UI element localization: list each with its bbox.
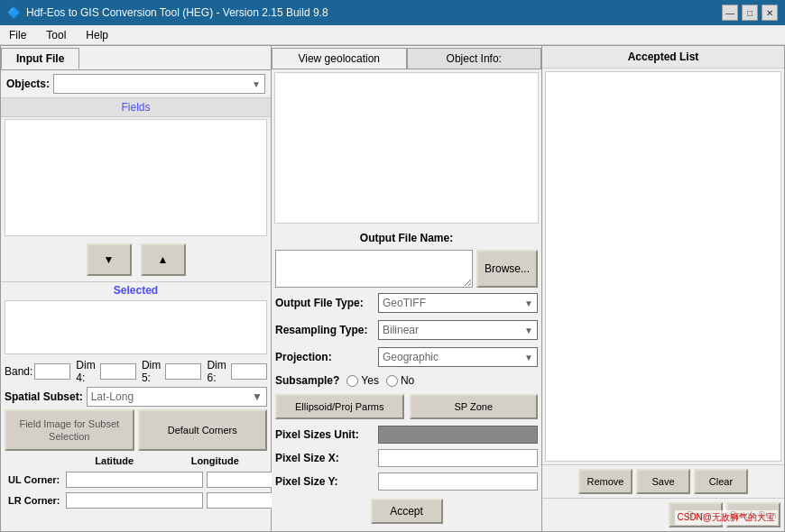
- lr-lat-input[interactable]: [66, 492, 203, 509]
- dim5-input[interactable]: [165, 363, 201, 380]
- dim6-input[interactable]: [231, 363, 267, 380]
- projection-arrow: ▼: [524, 353, 533, 362]
- accepted-list-header: Accepted List: [542, 46, 784, 69]
- no-radio[interactable]: [386, 375, 398, 387]
- output-type-arrow: ▼: [524, 298, 533, 308]
- output-filename-row: Browse...: [275, 250, 538, 288]
- band-item: Band:: [5, 363, 70, 380]
- object-info-tab[interactable]: Object Info:: [407, 48, 542, 69]
- lr-corner-label: LR Corner:: [8, 495, 62, 506]
- resampling-type-label: Resampling Type:: [275, 324, 374, 336]
- dim6-item: Dim 6:: [207, 359, 267, 384]
- arrow-down-icon: ▼: [104, 253, 115, 266]
- watermark: CSDN@无敌狮气的大宝: [675, 510, 779, 525]
- input-file-tab[interactable]: Input File: [1, 48, 79, 69]
- subsample-label: Subsample?: [275, 374, 339, 387]
- save-button[interactable]: Save: [636, 469, 690, 494]
- geolocation-area: [274, 72, 539, 224]
- resampling-type-value: Bilinear: [383, 324, 419, 336]
- dim6-label: Dim 6:: [207, 359, 229, 384]
- app-icon: 🔷: [7, 6, 21, 19]
- middle-panel: View geolocation Object Info: Output Fil…: [272, 46, 542, 531]
- left-tab-bar: Input File: [1, 46, 271, 70]
- output-section: Output File Name: Browse... Output File …: [272, 226, 541, 531]
- dim4-input[interactable]: [100, 363, 136, 380]
- minimize-button[interactable]: —: [722, 5, 738, 21]
- menu-help[interactable]: Help: [82, 28, 112, 42]
- objects-label: Objects:: [6, 78, 50, 90]
- output-file-type-combo[interactable]: GeoTIFF ▼: [378, 293, 538, 313]
- menu-tool[interactable]: Tool: [42, 28, 69, 42]
- close-button[interactable]: ✕: [762, 5, 778, 21]
- fields-list: [5, 119, 267, 236]
- dim5-item: Dim 5:: [142, 359, 202, 384]
- title-bar-controls: — □ ✕: [722, 5, 778, 21]
- spatial-combo-arrow: ▼: [252, 390, 263, 403]
- yes-radio[interactable]: [346, 375, 358, 387]
- pixel-size-x-row: Pixel Size X:: [275, 448, 538, 468]
- title-bar: 🔷 Hdf-Eos to GIS Conversion Tool (HEG) -…: [0, 0, 785, 25]
- arrow-down-button[interactable]: ▼: [87, 243, 132, 276]
- projection-row: Projection: Geographic ▼: [275, 345, 538, 369]
- arrow-up-icon: ▲: [158, 253, 169, 266]
- browse-button[interactable]: Browse...: [476, 250, 538, 288]
- default-corners-button[interactable]: Default Corners: [138, 409, 268, 451]
- yes-label: Yes: [361, 374, 379, 387]
- title-bar-left: 🔷 Hdf-Eos to GIS Conversion Tool (HEG) -…: [7, 6, 328, 19]
- field-image-button[interactable]: Field Image for Subset Selection: [5, 409, 134, 451]
- menu-file[interactable]: File: [5, 28, 30, 42]
- sp-zone-button[interactable]: SP Zone: [410, 394, 539, 419]
- pixel-size-unit-row: Pixel Sizes Unit:: [275, 425, 538, 445]
- right-panel: Accepted List Remove Save Clear Run Batc…: [542, 46, 784, 531]
- accepted-list-area: [545, 71, 781, 462]
- coords-header-spacer: [8, 455, 62, 466]
- accept-button[interactable]: Accept: [371, 499, 443, 524]
- pixel-size-unit-label: Pixel Sizes Unit:: [275, 428, 374, 441]
- pixel-size-y-input[interactable]: [378, 472, 538, 491]
- accept-row: Accept: [275, 495, 538, 527]
- spatial-value: Lat-Long: [91, 390, 134, 403]
- selected-list: [5, 300, 267, 354]
- filename-input[interactable]: [275, 250, 473, 288]
- ellipsoid-button[interactable]: Ellipsoid/Proj Parms: [275, 394, 404, 419]
- objects-row: Objects: ▼: [1, 70, 271, 98]
- pixel-size-x-label: Pixel Size X:: [275, 452, 374, 464]
- clear-button[interactable]: Clear: [694, 469, 748, 494]
- latitude-header: Latitude: [66, 455, 163, 466]
- arrow-buttons: ▼ ▲: [1, 238, 271, 282]
- pixel-size-y-row: Pixel Size Y:: [275, 472, 538, 491]
- projection-label: Projection:: [275, 351, 374, 363]
- spatial-combo[interactable]: Lat-Long ▼: [87, 387, 267, 407]
- pixel-size-x-input[interactable]: [378, 449, 538, 467]
- pixel-size-y-label: Pixel Size Y:: [275, 475, 374, 488]
- subsample-row: Subsample? Yes No: [275, 372, 538, 389]
- coords-header: Latitude Longitude: [5, 454, 267, 468]
- output-filename-header: Output File Name:: [275, 230, 538, 246]
- left-panel: Input File Objects: ▼ Fields ▼ ▲ Selecte…: [1, 46, 272, 531]
- selected-header: Selected: [1, 282, 271, 298]
- objects-combo-arrow: ▼: [252, 79, 261, 89]
- no-label: No: [401, 374, 414, 387]
- bottom-controls: Band: Dim 4: Dim 5: Dim 6: Spatial: [1, 356, 271, 512]
- resampling-type-row: Resampling Type: Bilinear ▼: [275, 318, 538, 342]
- projection-value: Geographic: [383, 351, 439, 363]
- main-content: Input File Objects: ▼ Fields ▼ ▲ Selecte…: [0, 45, 785, 532]
- remove-button[interactable]: Remove: [578, 469, 633, 494]
- spatial-row: Spatial Subset: Lat-Long ▼: [5, 387, 267, 407]
- spatial-label: Spatial Subset:: [5, 390, 83, 403]
- ul-corner-row: UL Corner:: [5, 471, 267, 489]
- pixel-unit-box: [378, 426, 538, 444]
- middle-tabs: View geolocation Object Info:: [272, 46, 541, 69]
- dim4-item: Dim 4:: [76, 359, 136, 384]
- objects-combo[interactable]: ▼: [53, 74, 265, 94]
- projection-combo[interactable]: Geographic ▼: [378, 347, 538, 367]
- resampling-type-combo[interactable]: Bilinear ▼: [378, 320, 538, 340]
- band-label: Band:: [5, 365, 32, 378]
- subsample-radio-group: Yes No: [346, 374, 414, 387]
- arrow-up-button[interactable]: ▲: [141, 243, 186, 276]
- app-title: Hdf-Eos to GIS Conversion Tool (HEG) - V…: [26, 6, 328, 19]
- ul-lat-input[interactable]: [66, 472, 203, 488]
- band-input[interactable]: [34, 363, 70, 380]
- maximize-button[interactable]: □: [742, 5, 758, 21]
- view-geolocation-tab[interactable]: View geolocation: [272, 48, 407, 69]
